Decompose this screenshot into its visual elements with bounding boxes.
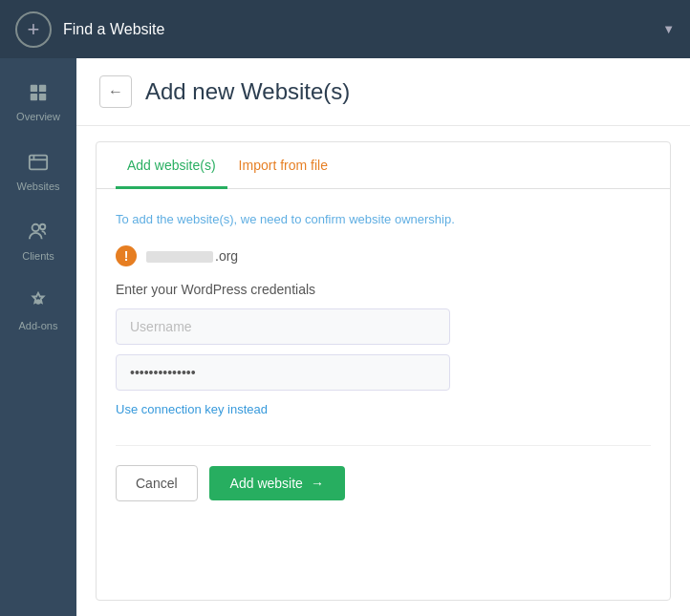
password-input[interactable] — [116, 354, 450, 391]
cancel-button[interactable]: Cancel — [116, 465, 198, 501]
svg-point-7 — [32, 224, 39, 231]
divider — [116, 445, 651, 446]
sidebar: Overview Websites Clients Add-ons — [0, 58, 76, 616]
svg-point-9 — [35, 299, 41, 305]
websites-icon — [25, 149, 52, 176]
sidebar-item-clients[interactable]: Clients — [0, 205, 76, 275]
main-layout: Overview Websites Clients Add-ons ← — [0, 58, 690, 616]
tab-import-from-file[interactable]: Import from file — [227, 142, 339, 189]
arrow-icon: → — [311, 476, 324, 491]
svg-rect-2 — [31, 94, 37, 100]
card: Add website(s) Import from file To add t… — [96, 141, 671, 601]
info-text: To add the website(s), we need to confir… — [116, 212, 651, 226]
back-button[interactable]: ← — [99, 75, 132, 108]
topbar-dropdown-icon[interactable]: ▼ — [662, 22, 675, 36]
connection-key-link[interactable]: Use connection key instead — [116, 402, 268, 416]
website-row: ! .org — [116, 245, 651, 266]
page-header: ← Add new Website(s) — [76, 58, 690, 126]
add-website-label: Add website — [230, 476, 303, 491]
sidebar-item-websites-label: Websites — [16, 181, 59, 192]
add-website-button[interactable]: Add website → — [209, 466, 345, 500]
tabs: Add website(s) Import from file — [97, 142, 670, 189]
content-area: ← Add new Website(s) Add website(s) Impo… — [76, 58, 690, 616]
sidebar-item-websites[interactable]: Websites — [0, 136, 76, 205]
sidebar-item-overview[interactable]: Overview — [0, 66, 76, 136]
svg-rect-0 — [31, 85, 37, 92]
overview-icon — [25, 79, 52, 106]
tab-add-websites[interactable]: Add website(s) — [116, 142, 227, 189]
plus-icon: + — [28, 17, 40, 42]
svg-rect-1 — [39, 85, 46, 92]
clients-icon — [25, 219, 52, 245]
back-arrow-icon: ← — [108, 83, 123, 100]
topbar-title: Find a Website — [63, 21, 651, 38]
sidebar-item-addons[interactable]: Add-ons — [0, 275, 76, 345]
svg-rect-4 — [30, 156, 47, 170]
topbar: + Find a Website ▼ — [0, 0, 690, 58]
page-title: Add new Website(s) — [145, 78, 350, 105]
redacted-url — [146, 251, 213, 263]
warning-icon: ! — [116, 245, 137, 266]
actions: Cancel Add website → — [116, 465, 651, 501]
card-body: To add the website(s), we need to confir… — [97, 189, 670, 524]
credentials-label: Enter your WordPress credentials — [116, 282, 651, 297]
website-url: .org — [146, 248, 238, 264]
topbar-add-button[interactable]: + — [15, 11, 52, 48]
svg-point-8 — [40, 224, 46, 230]
addons-icon — [25, 288, 52, 315]
username-input[interactable] — [116, 308, 450, 345]
sidebar-item-addons-label: Add-ons — [19, 320, 58, 331]
svg-rect-3 — [39, 94, 46, 100]
sidebar-item-clients-label: Clients — [22, 250, 54, 262]
sidebar-item-overview-label: Overview — [16, 111, 60, 122]
